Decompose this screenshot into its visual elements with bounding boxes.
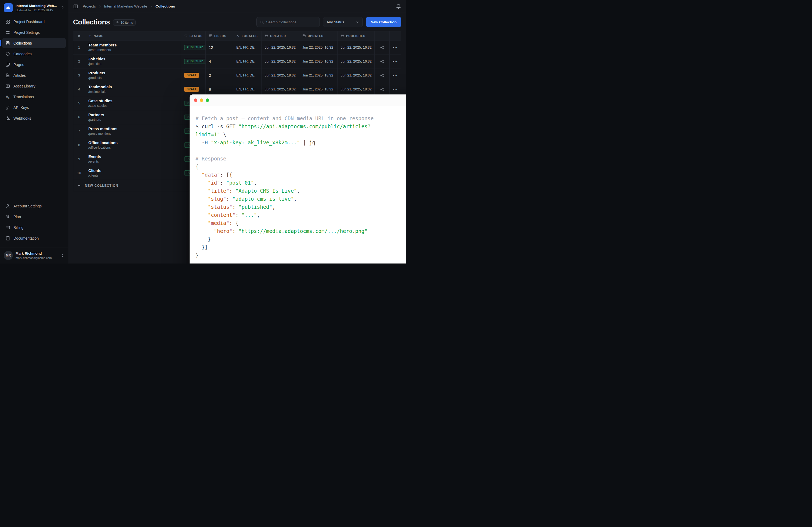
terminal-body: # Fetch a post — content and CDN media U…	[190, 106, 406, 264]
column-header-actions	[375, 31, 390, 40]
table-row[interactable]: 1Team members/team-membersPUBLISHED12EN,…	[73, 40, 401, 54]
relations-icon[interactable]	[380, 59, 384, 64]
layers-icon	[5, 214, 10, 219]
user-icon	[5, 204, 10, 209]
table-row[interactable]: 2Job titles/job-titlesPUBLISHED4EN, FR, …	[73, 54, 401, 68]
notifications-bell-icon[interactable]	[396, 4, 401, 9]
status-filter-value: Any Status	[327, 20, 344, 24]
relations-icon[interactable]	[380, 87, 384, 91]
collection-slug: /press-mentions	[88, 132, 111, 136]
column-header-number[interactable]: #	[73, 31, 85, 40]
status-badge: DRAFT	[184, 87, 199, 92]
new-collection-row-label: NEW COLLECTION	[85, 184, 118, 187]
collection-name: Testimonials	[88, 85, 112, 89]
chevron-updown-icon	[60, 253, 65, 258]
minimize-button[interactable]	[200, 99, 203, 102]
sidebar-item-label: Collections	[13, 41, 32, 45]
sidebar-item-pages[interactable]: Pages	[2, 60, 66, 70]
sidebar-toggle-icon[interactable]	[73, 4, 78, 9]
terminal-line: "hero": "https://media.adaptocms.com/...…	[195, 227, 406, 235]
sidebar-item-translations[interactable]: AaTranslations	[2, 92, 66, 102]
search-collections-box	[257, 17, 320, 27]
table-row[interactable]: 3Products/productsDRAFT2EN, FR, DEJun 21…	[73, 68, 401, 82]
calendar-icon	[265, 34, 268, 37]
fields-count: 4	[206, 55, 233, 68]
sidebar-item-asset-library[interactable]: Asset Library	[2, 81, 66, 91]
zoom-button[interactable]	[206, 99, 209, 102]
table-row[interactable]: 4Testimonials/testimonialsDRAFT8EN, FR, …	[73, 82, 401, 96]
row-menu-button[interactable]: ⋯	[390, 55, 401, 68]
column-header-fields[interactable]: FIELDS	[206, 31, 233, 40]
collection-slug: /clients	[88, 174, 98, 177]
terminal-line: -H "x-api-key: ak_live_x8k2m..." | jq	[195, 138, 406, 147]
published-date: Jun 21, 2025, 18:32	[337, 69, 375, 82]
status-badge: DRAFT	[184, 73, 199, 78]
row-menu-button[interactable]: ⋯	[390, 82, 401, 96]
fields-count: 8	[206, 82, 233, 96]
sidebar-item-webhooks[interactable]: Webhooks	[2, 113, 66, 123]
row-menu-button[interactable]: ⋯	[390, 69, 401, 82]
updated-date: Jun 22, 2025, 16:32	[299, 41, 337, 54]
created-date: Jun 21, 2025, 18:32	[262, 69, 299, 82]
sidebar-item-categories[interactable]: Categories	[2, 49, 66, 59]
sidebar-item-label: Pages	[13, 62, 24, 67]
updated-date: Jun 22, 2025, 16:32	[299, 55, 337, 68]
sidebar-item-project-settings[interactable]: Project Settings	[2, 27, 66, 37]
terminal-line	[195, 147, 406, 154]
locales-value: EN, FR, DE	[233, 41, 262, 54]
terminal-titlebar[interactable]	[190, 94, 406, 106]
plus-icon	[77, 183, 81, 187]
close-button[interactable]	[194, 99, 197, 102]
collection-name: Job titles	[88, 57, 105, 61]
breadcrumb-project[interactable]: Internal Marketing Website	[104, 4, 147, 8]
image-icon	[5, 84, 10, 89]
collection-name: Press mentions	[88, 127, 117, 131]
sidebar-item-project-dashboard[interactable]: Project Dashboard	[2, 17, 66, 27]
row-number: 6	[73, 110, 85, 124]
sidebar-item-plan[interactable]: Plan	[2, 212, 66, 222]
column-header-name[interactable]: T NAME	[85, 31, 181, 40]
column-header-status[interactable]: STATUS	[181, 31, 206, 40]
fields-count: 12	[206, 41, 233, 54]
ellipsis-icon: ⋯	[393, 59, 398, 64]
column-header-published[interactable]: PUBLISHED	[337, 31, 375, 40]
type-icon: T	[88, 34, 92, 37]
user-email: mark.richmond@acme.com	[16, 256, 58, 259]
sidebar: Internal Marketing Web... Updated Jun. 2…	[0, 0, 68, 264]
relations-icon[interactable]	[380, 73, 384, 77]
calendar-icon	[302, 34, 306, 37]
breadcrumb-projects[interactable]: Projects	[83, 4, 96, 8]
row-menu-button[interactable]: ⋯	[390, 41, 401, 54]
terminal-line: # Fetch a post — content and CDN media U…	[195, 114, 406, 122]
sidebar-footer-nav: Account SettingsPlanBillingDocumentation	[0, 200, 68, 244]
sidebar-item-articles[interactable]: Articles	[2, 70, 66, 80]
terminal-window[interactable]: # Fetch a post — content and CDN media U…	[190, 94, 406, 264]
settings-icon	[5, 30, 10, 35]
translate-icon: Aa	[236, 34, 240, 37]
collection-slug: /events	[88, 160, 99, 163]
tag-icon	[5, 51, 10, 56]
sidebar-item-account-settings[interactable]: Account Settings	[2, 201, 66, 211]
fields-icon	[209, 34, 213, 37]
relations-icon[interactable]	[380, 45, 384, 50]
sidebar-item-api-keys[interactable]: API Keys	[2, 103, 66, 113]
user-menu[interactable]: MR Mark Richmond mark.richmond@acme.com	[0, 247, 68, 264]
column-header-created[interactable]: CREATED	[262, 31, 299, 40]
search-icon	[260, 20, 264, 24]
sidebar-item-billing[interactable]: Billing	[2, 223, 66, 232]
collection-name: Products	[88, 71, 105, 75]
svg-text:T: T	[89, 35, 91, 37]
sidebar-item-collections[interactable]: Collections	[2, 38, 66, 48]
column-header-locales[interactable]: Aa LOCALES	[233, 31, 262, 40]
terminal-line: }	[195, 235, 406, 243]
status-filter-select[interactable]: Any Status	[323, 17, 363, 27]
collections-icon	[5, 41, 10, 46]
project-switcher[interactable]: Internal Marketing Web... Updated Jun. 2…	[0, 0, 68, 16]
column-header-updated[interactable]: UPDATED	[299, 31, 337, 40]
calendar-icon	[341, 34, 344, 37]
new-collection-button[interactable]: New Collection	[366, 17, 401, 27]
sidebar-item-label: Project Dashboard	[13, 19, 45, 24]
search-input[interactable]	[266, 20, 316, 24]
breadcrumb: Projects Internal Marketing Website Coll…	[83, 4, 175, 8]
sidebar-item-documentation[interactable]: Documentation	[2, 233, 66, 243]
